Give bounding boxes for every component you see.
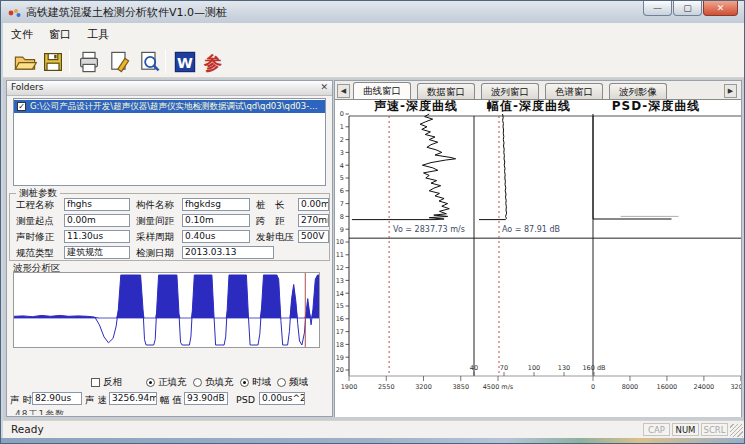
resize-grip[interactable] (730, 424, 743, 437)
radio-icon[interactable] (193, 378, 202, 387)
svg-text:1900: 1900 (341, 383, 358, 391)
readout-label: 声 速 (85, 394, 107, 407)
print-setup-icon (107, 50, 131, 74)
svg-text:Ao = 87.91 dB: Ao = 87.91 dB (502, 225, 560, 234)
param-field[interactable]: 500V (298, 230, 329, 243)
control-label: 负填充 (205, 376, 234, 389)
print-setup-button[interactable] (107, 50, 131, 74)
status-indicators: CAPNUMSCRL (643, 423, 728, 436)
word-export-button[interactable]: W (173, 50, 197, 74)
item-path: G:\公司产品设计开发\超声仪器\超声仪实地检测数据调试\qd\qd03\qd0… (30, 101, 321, 113)
status-bar: Ready CAPNUMSCRL (3, 420, 744, 438)
window-frame-bottom (1, 438, 744, 444)
print-preview-button[interactable] (137, 50, 161, 74)
menu-item-0[interactable]: 文件 (3, 23, 41, 42)
app-icon (8, 5, 22, 19)
window-title: 高铁建筑混凝土检测分析软件V1.0—测桩 (26, 5, 227, 20)
svg-text:3850: 3850 (452, 383, 469, 391)
readout-label: 声 时 (10, 394, 32, 407)
param-field[interactable]: 0.00m (298, 198, 329, 211)
indicator-num: NUM (672, 423, 699, 436)
tab-scroll-right[interactable]: ▶ (724, 84, 737, 98)
tab-2[interactable]: 数据窗口 (417, 83, 475, 99)
save-button[interactable] (41, 50, 65, 74)
param-field[interactable]: fhgkdsg (182, 198, 250, 211)
svg-text:8: 8 (340, 213, 344, 221)
radio-icon[interactable] (146, 378, 155, 387)
file-list[interactable]: ✓G:\公司产品设计开发\超声仪器\超声仪实地检测数据调试\qd\qd03\qd… (13, 98, 326, 186)
svg-text:18: 18 (336, 341, 344, 349)
svg-text:11: 11 (336, 251, 344, 259)
invert-checkbox[interactable]: 反相 (91, 376, 122, 389)
tab-1[interactable]: 曲线窗口 (353, 82, 411, 99)
parameters-button[interactable]: 参 (201, 50, 225, 74)
status-message: Ready (11, 423, 44, 435)
time-domain-radio[interactable]: 时域 (240, 376, 271, 389)
svg-text:16000: 16000 (657, 383, 678, 391)
svg-text:Vo = 2837.73 m/s: Vo = 2837.73 m/s (393, 225, 465, 234)
param-label: 桩 长 (256, 199, 285, 212)
param-label: 发射电压 (256, 231, 294, 244)
param-field[interactable]: 建筑规范 (64, 246, 130, 259)
svg-text:5: 5 (340, 174, 344, 182)
title-bar: 高铁建筑混凝土检测分析软件V1.0—测桩 — ▢ ✕ (1, 1, 744, 23)
fill-positive-radio[interactable]: 正填充 (146, 376, 187, 389)
radio-icon[interactable] (240, 378, 249, 387)
close-button[interactable]: ✕ (703, 1, 738, 16)
tab-scroll-left[interactable]: ◀ (337, 84, 350, 98)
param-field[interactable]: fhghs (64, 198, 130, 211)
checkbox-icon[interactable] (91, 378, 100, 387)
control-label: 时域 (252, 376, 271, 389)
radio-icon[interactable] (277, 378, 286, 387)
folders-close-icon[interactable]: ✕ (320, 82, 328, 92)
save-icon (41, 50, 65, 74)
readout-field[interactable]: 93.90dB (184, 392, 228, 405)
param-field[interactable]: 0.10m (182, 214, 250, 227)
param-label: 工程名称 (16, 199, 54, 212)
readouts-row: 声 时82.90us声 速3256.94m/s幅 值93.90dBPSD0.00… (7, 392, 332, 407)
item-checkbox[interactable]: ✓ (17, 102, 26, 111)
control-label: 频域 (289, 376, 308, 389)
param-label: 采样周期 (136, 231, 174, 244)
svg-text:24000: 24000 (694, 383, 715, 391)
word-export-icon: W (173, 50, 197, 74)
param-label: 测量间距 (136, 215, 174, 228)
menu-item-2[interactable]: 工具 (79, 23, 117, 42)
param-label: 跨 距 (256, 215, 285, 228)
param-label: 规范类型 (16, 247, 54, 260)
application-window: 高铁建筑混凝土检测分析软件V1.0—测桩 — ▢ ✕ 文件窗口工具 W参 Fol… (0, 0, 745, 444)
menu-item-1[interactable]: 窗口 (41, 23, 79, 42)
maximize-button[interactable]: ▢ (673, 1, 702, 16)
fill-negative-radio[interactable]: 负填充 (193, 376, 234, 389)
svg-text:PSD-深度曲线: PSD-深度曲线 (612, 100, 701, 113)
list-item[interactable]: ✓G:\公司产品设计开发\超声仪器\超声仪实地检测数据调试\qd\qd03\qd… (14, 100, 325, 113)
param-field[interactable]: 2013.03.13 (182, 246, 274, 259)
tab-4[interactable]: 色谱窗口 (545, 83, 603, 99)
param-field[interactable]: 0.40us (182, 230, 250, 243)
svg-text:100: 100 (528, 364, 540, 372)
param-field[interactable]: 11.30us (64, 230, 130, 243)
svg-text:32000: 32000 (730, 383, 741, 391)
readout-field[interactable]: 0.00us^2/m (259, 392, 305, 405)
svg-text:17: 17 (336, 328, 344, 336)
tab-5[interactable]: 波列影像 (609, 83, 667, 99)
svg-text:参: 参 (203, 52, 222, 73)
control-label: 正填充 (158, 376, 187, 389)
param-label: 声时修正 (16, 231, 54, 244)
open-file-icon (13, 50, 37, 74)
readout-field[interactable]: 3256.94m/s (109, 392, 157, 405)
tab-strip: ◀曲线窗口数据窗口波列窗口色谱窗口波列影像▶ (335, 81, 741, 99)
tab-3[interactable]: 波列窗口 (481, 83, 539, 99)
charts-area: 01234567891011121314151617181920声速-深度曲线V… (335, 99, 741, 417)
minimize-button[interactable]: — (643, 1, 672, 16)
svg-text:1: 1 (340, 123, 344, 131)
svg-text:声速-深度曲线: 声速-深度曲线 (374, 100, 458, 113)
readout-field[interactable]: 82.90us (32, 392, 82, 405)
freq-domain-radio[interactable]: 频域 (277, 376, 308, 389)
open-file-button[interactable] (13, 50, 37, 74)
svg-text:W: W (177, 55, 193, 71)
print-button[interactable] (77, 50, 101, 74)
param-field[interactable]: 270mm (298, 214, 329, 227)
svg-text:10: 10 (336, 238, 344, 246)
param-field[interactable]: 0.00m (64, 214, 130, 227)
